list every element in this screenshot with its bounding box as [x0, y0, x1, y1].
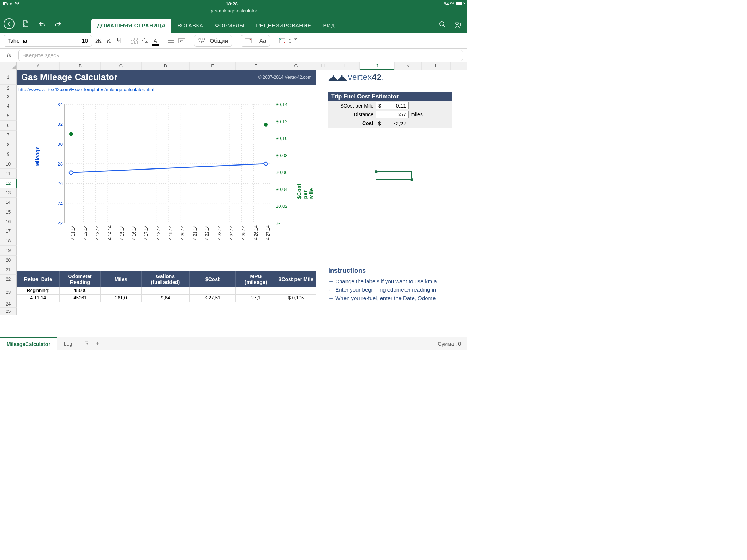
link-sheet-icon[interactable]: ⎘ — [85, 340, 89, 347]
col-header-A[interactable]: A — [17, 62, 60, 70]
row-header-15[interactable]: 15 — [0, 207, 17, 217]
chart-plot-area — [64, 104, 272, 223]
row-header-24[interactable]: 24 — [0, 300, 17, 308]
add-sheet-button[interactable]: + — [96, 340, 100, 347]
table-header-0: Refuel Date — [17, 271, 60, 287]
template-link[interactable]: http://www.vertex42.com/ExcelTemplates/m… — [18, 87, 154, 92]
row-header-7[interactable]: 7 — [0, 131, 17, 140]
col-header-I[interactable]: I — [330, 62, 360, 70]
row-header-25[interactable]: 25 — [0, 308, 17, 315]
row-header-13[interactable]: 13 — [0, 188, 17, 198]
col-header-L[interactable]: L — [422, 62, 451, 70]
row-header-2[interactable]: 2 — [0, 85, 17, 92]
row-header-4[interactable]: 4 — [0, 101, 17, 111]
font-box[interactable]: Tahoma 10 — [4, 35, 92, 47]
svg-rect-5 — [245, 39, 252, 43]
styles-box[interactable]: Aa — [241, 35, 270, 47]
sheet-title: Gas Mileage Calculator — [21, 72, 117, 82]
bold-button[interactable]: Ж — [95, 37, 102, 44]
x-tick: 4.13.14 — [95, 225, 100, 240]
table-row[interactable]: 4.11.1445261261,09,64$ 27,5127,1$ 0,105 — [17, 295, 316, 302]
row-header-23[interactable]: 23 — [0, 284, 17, 300]
row-header-16[interactable]: 16 — [0, 217, 17, 226]
ribbon-tab-1[interactable]: ВСТАВКА — [171, 19, 209, 33]
borders-button[interactable] — [131, 38, 139, 44]
undo-button[interactable] — [37, 19, 47, 28]
row-header-22[interactable]: 22 — [0, 275, 17, 284]
font-size: 10 — [75, 38, 88, 44]
x-tick: 4.12.14 — [83, 225, 88, 240]
ribbon-bar: ДОМАШНЯЯ СТРАНИЦАВСТАВКАФОРМУЛЫРЕЦЕНЗИРО… — [0, 15, 467, 33]
ribbon-tabs: ДОМАШНЯЯ СТРАНИЦАВСТАВКАФОРМУЛЫРЕЦЕНЗИРО… — [91, 15, 341, 33]
col-header-B[interactable]: B — [60, 62, 101, 70]
select-all-corner[interactable] — [0, 62, 17, 70]
col-header-D[interactable]: D — [142, 62, 190, 70]
y1-axis-label: Mileage — [34, 146, 40, 166]
table-header-1: Odometer Reading — [60, 271, 101, 287]
fill-color-button[interactable] — [142, 38, 149, 44]
ribbon-tab-2[interactable]: ФОРМУЛЫ — [209, 19, 250, 33]
align-button[interactable] — [168, 38, 175, 43]
row-header-1[interactable]: 1 — [0, 70, 17, 85]
table-header-3: Gallons(fuel added) — [142, 271, 190, 287]
sheet-tab-log[interactable]: Log — [57, 337, 79, 350]
x-tick: 4.17.14 — [144, 225, 149, 240]
col-header-K[interactable]: K — [395, 62, 422, 70]
estimator-row-1: Distance657miles — [328, 110, 452, 119]
text-case: Aa — [259, 38, 266, 44]
row-header-11[interactable]: 11 — [0, 169, 17, 178]
italic-button[interactable]: К — [105, 37, 112, 44]
row-header-17[interactable]: 17 — [0, 226, 17, 236]
col-header-C[interactable]: C — [101, 62, 142, 70]
row-header-5[interactable]: 5 — [0, 111, 17, 121]
formula-input[interactable]: Введите здесь — [18, 50, 463, 61]
col-header-E[interactable]: E — [190, 62, 236, 70]
row-header-3[interactable]: 3 — [0, 92, 17, 101]
sort-filter-button[interactable]: АЯ — [289, 38, 296, 44]
y2-tick: $- — [276, 221, 280, 226]
trip-estimator: Trip Fuel Cost Estimator $Cost per Mile$… — [328, 92, 452, 128]
search-icon[interactable] — [438, 20, 447, 29]
instruction-line-1: ← Enter your beginning odometer reading … — [328, 287, 467, 293]
ribbon-tab-0[interactable]: ДОМАШНЯЯ СТРАНИЦА — [91, 19, 171, 33]
row-header-18[interactable]: 18 — [0, 236, 17, 246]
row-header-8[interactable]: 8 — [0, 140, 17, 149]
share-icon[interactable] — [454, 20, 463, 29]
instruction-line-2: ← When you re-fuel, enter the Date, Odom… — [328, 295, 467, 301]
underline-button[interactable]: Ч — [115, 37, 123, 44]
insert-cells-button[interactable] — [279, 38, 286, 44]
row-header-19[interactable]: 19 — [0, 246, 17, 255]
back-button[interactable] — [4, 18, 15, 29]
table-header-4: $Cost — [190, 271, 236, 287]
row-header-14[interactable]: 14 — [0, 198, 17, 207]
row-header-10[interactable]: 10 — [0, 159, 17, 169]
grid-body[interactable]: Gas Mileage Calculator © 2007-2014 Verte… — [17, 70, 467, 350]
ribbon-tab-3[interactable]: РЕЦЕНЗИРОВАНИЕ — [250, 19, 317, 33]
table-row[interactable]: Beginning:45000 — [17, 287, 316, 295]
table-header-2: Miles — [101, 271, 142, 287]
number-format-box[interactable]: ABC123 Общий — [194, 35, 232, 47]
spreadsheet[interactable]: ABCDEFGHIJKL 123456789101112131415161718… — [0, 62, 467, 350]
merge-button[interactable] — [178, 38, 185, 43]
row-header-12[interactable]: 12 — [0, 179, 17, 188]
vertex42-logo: ◢◣◢◣ vertex42. — [328, 71, 409, 84]
row-header-6[interactable]: 6 — [0, 121, 17, 130]
col-header-J[interactable]: J — [360, 62, 395, 70]
logo-mark-icon: ◢◣◢◣ — [328, 73, 346, 82]
formula-bar: fx Введите здесь — [0, 49, 467, 62]
svg-point-35 — [264, 123, 268, 127]
col-header-G[interactable]: G — [276, 62, 316, 70]
col-header-F[interactable]: F — [236, 62, 276, 70]
sheet-tab-mileagecalculator[interactable]: MileageCalculator — [0, 337, 57, 350]
col-header-H[interactable]: H — [316, 62, 330, 70]
row-header-21[interactable]: 21 — [0, 265, 17, 275]
ribbon-tab-4[interactable]: ВИД — [317, 19, 340, 33]
x-tick: 4.21.14 — [193, 225, 198, 240]
file-icon[interactable] — [21, 19, 31, 28]
row-header-20[interactable]: 20 — [0, 256, 17, 265]
x-tick: 4.19.14 — [168, 225, 173, 240]
redo-button[interactable] — [53, 19, 63, 28]
cell-selection[interactable] — [376, 171, 412, 180]
row-header-9[interactable]: 9 — [0, 149, 17, 159]
font-color-button[interactable]: A — [152, 37, 159, 44]
